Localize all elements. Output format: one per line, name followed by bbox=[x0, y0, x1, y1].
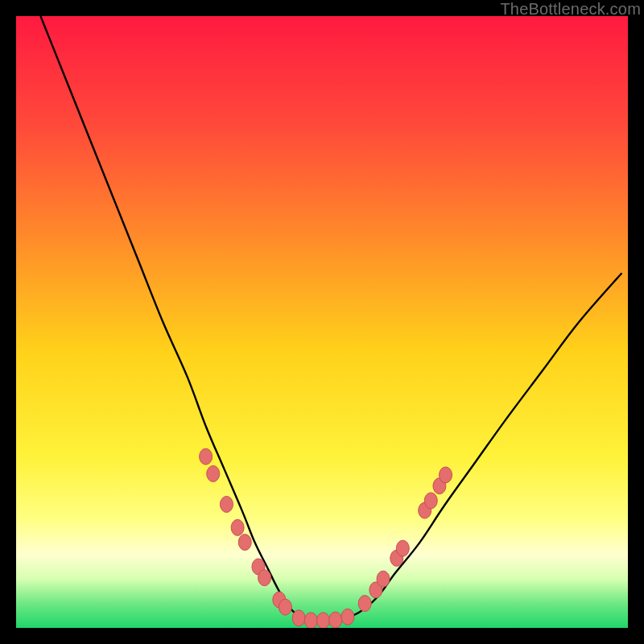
curve-marker bbox=[304, 613, 317, 628]
curve-marker bbox=[231, 519, 244, 535]
gradient-background bbox=[16, 16, 628, 628]
curve-marker bbox=[317, 613, 330, 628]
curve-marker bbox=[358, 596, 371, 612]
curve-marker bbox=[292, 610, 305, 626]
curve-marker bbox=[220, 496, 233, 512]
chart-svg bbox=[16, 16, 628, 628]
curve-marker bbox=[440, 467, 452, 483]
curve-marker bbox=[396, 540, 409, 556]
curve-marker bbox=[200, 448, 213, 464]
curve-marker bbox=[341, 609, 354, 625]
curve-marker bbox=[207, 465, 220, 481]
curve-marker bbox=[424, 493, 437, 509]
curve-marker bbox=[279, 599, 291, 615]
curve-marker bbox=[377, 571, 390, 587]
curve-marker bbox=[238, 535, 251, 551]
plot-area bbox=[16, 16, 628, 628]
curve-marker bbox=[258, 570, 271, 586]
stage: TheBottleneck.com bbox=[0, 0, 644, 644]
watermark-text: TheBottleneck.com bbox=[500, 0, 641, 19]
curve-marker bbox=[329, 612, 342, 628]
